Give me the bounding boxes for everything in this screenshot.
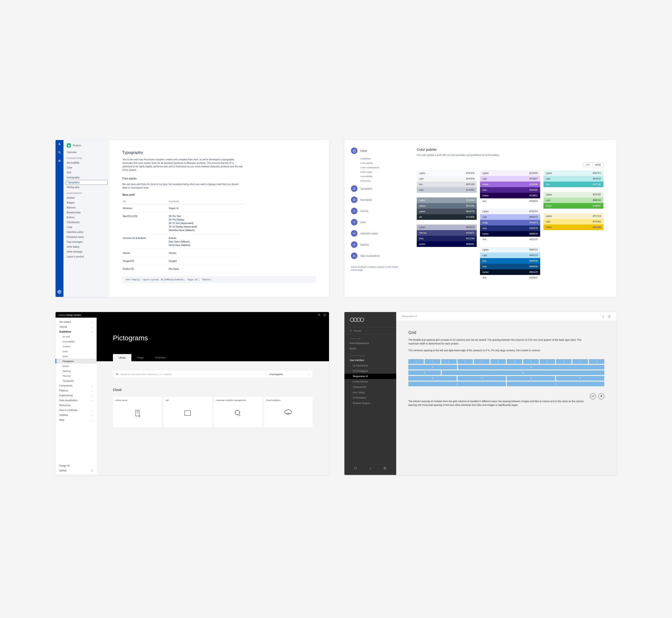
nav-item[interactable]: Patterns⌄ [55,388,97,393]
swatch-row[interactable]: Dark#1C2260 [417,236,477,241]
nav-item[interactable]: Components⌄ [55,383,97,388]
nav-hdr-guides[interactable]: # Show all Guides [344,351,396,357]
brand[interactable]: Carbon Design System [58,314,81,316]
nav-item[interactable]: Icons [55,354,97,359]
pictogram-card[interactable]: Api [163,397,212,427]
nav-item[interactable]: Breadcrumbs [64,210,110,215]
nav-sub-item[interactable]: Color combinations [344,165,408,170]
nav-item[interactable]: Inline message [64,249,110,254]
swatch-row[interactable]: Dark#50248F [480,187,540,193]
swatch-row[interactable]: Lighter#E0F5F5 [543,170,603,176]
swatch-row[interactable]: Dark#084E8A [480,264,540,269]
swatch-row[interactable]: Light#BBE5B3 [543,197,603,203]
nav-item[interactable]: Updates⌄ [55,413,97,418]
swatch-row[interactable]: Teal#47C1BF [543,182,603,187]
nav-item[interactable]: Checkboxes [64,220,110,225]
swatch-row[interactable]: Text#3E4155 [480,237,540,242]
nav-cat-item[interactable]: Spacing [344,239,408,250]
pictogram-card[interactable]: Automate modular management [214,397,262,427]
audi-logo[interactable] [344,317,396,327]
download-icon[interactable] [369,467,372,470]
nav-item[interactable]: GitHub↗ [55,468,97,473]
nav-item[interactable]: Browser Support [344,401,396,406]
swatch-row[interactable]: Text#50495A [480,198,540,204]
nav-item[interactable]: Writing style [64,185,110,190]
nav-item[interactable]: Accessibility [55,339,97,344]
nav-item[interactable]: Experimental⌄ [55,393,97,398]
toggle-scss[interactable]: SCSS [593,163,603,167]
search[interactable]: Search [344,327,396,334]
nav-item[interactable]: Design kit [55,463,97,468]
swatch-row[interactable]: Darker#00044C [417,241,477,247]
nav-cat-item[interactable]: Data visualizations [344,250,408,262]
swatch-row[interactable]: Yellow#EEC200 [543,224,603,230]
nav-cat-item[interactable]: Typography [344,183,408,194]
nav-item[interactable]: Responsive UI [344,374,396,379]
nav-item[interactable]: Badges [64,200,110,205]
swatch-row[interactable]: Lighter#454F5B [417,209,477,214]
nav-item[interactable]: Get started⌄ [55,319,97,324]
swatch-row[interactable]: Light#B4E1FA [480,252,540,258]
settings-icon[interactable] [601,315,605,318]
swatch-row[interactable]: Title bar#43467F [417,230,477,236]
pictogram-card[interactable]: Cloud analytics [264,397,313,427]
swatch-row[interactable]: Lighter#EBF5FA [480,247,540,252]
nav-item[interactable]: Date/time picker [64,230,110,234]
pictogram-card[interactable]: Active server [113,397,162,427]
nav-cat-item[interactable]: Illustrations [344,194,408,205]
swatch-row[interactable]: Light#E3D0FF [480,176,540,182]
swatch-row[interactable]: Lighter#E3F1DF [543,192,603,197]
nav-item[interactable]: Spacing [55,369,97,374]
nav-item[interactable]: Guidelines⌄ [55,329,97,334]
nav-item[interactable]: Help⌄ [55,418,97,422]
nav-sub-item[interactable]: Resources [344,179,408,183]
nav-item[interactable]: Forms Service [344,379,396,384]
globe-icon[interactable] [383,467,386,470]
menu-icon[interactable] [58,159,61,163]
nav-item[interactable]: Motion [55,364,97,369]
nav-item[interactable]: How to contribute⌄ [55,408,97,413]
nav-item[interactable]: Grid [64,170,110,175]
nav-item[interactable]: Pictograms [55,359,97,364]
nav-item[interactable]: Resources [55,403,97,408]
nav-item[interactable]: Themes [55,374,97,378]
nav-item[interactable]: Code [64,225,110,230]
code-view-btn[interactable]: </> [590,393,596,399]
nav-item[interactable]: Dropdown menu [64,234,110,239]
nav-item[interactable]: Content [55,344,97,349]
swatch-row[interactable]: Indigo#5C6AC4 [480,220,540,225]
logo-icon[interactable] [58,142,62,145]
nav-item[interactable]: Avatars [64,195,110,200]
nav-item[interactable]: Color [55,349,97,354]
tab[interactable]: Usage [131,354,149,361]
nav-item[interactable]: Banners [64,205,110,210]
swatch-row[interactable]: Light#F4F6F8 [417,176,477,182]
swatch-row[interactable]: Lighter#B3B5CB [417,224,477,230]
tab[interactable]: Library [113,354,131,361]
apps-icon[interactable] [323,313,326,316]
swatch-row[interactable]: Darker#000639 [480,231,540,237]
toggle-hex[interactable]: HEX [583,163,592,167]
filter-select[interactable]: All pictograms ⌄ [266,371,313,378]
nav-item[interactable]: Typography [66,180,107,185]
swatch-row[interactable]: Lighter#F4F5FA [480,209,540,214]
nav-item[interactable]: Logos in product [64,254,110,259]
swatch-row[interactable]: Dark#202E78 [480,225,540,231]
swatch-row[interactable]: Lighter#919EAB [417,197,477,203]
avatar[interactable] [58,290,62,294]
swatch-row[interactable]: Green#50B83C [543,203,603,209]
swatch-row[interactable]: Ink#212B36 [417,214,477,220]
swatch-row[interactable]: Lighter#F6F0FD [480,170,540,176]
nav-overview[interactable]: Overview [64,150,110,155]
nav-item[interactable]: UI Animation [344,395,396,401]
tab[interactable]: Contribute [149,354,171,361]
nav-cat-item[interactable]: Icons [344,217,408,228]
swatch-row[interactable]: Light#B7ECEC [543,176,603,182]
swatch-row[interactable]: Darker#001429 [480,269,540,275]
nav-item[interactable]: Iconography [64,175,110,180]
nav-item[interactable]: Inline dialog [64,244,110,249]
nav-item[interactable]: Color [64,165,110,170]
swatch-row[interactable]: Darker#230051 [480,193,540,198]
nav-cat-colors[interactable]: Colors [344,145,408,157]
nav-cat-item[interactable]: Interaction states [344,228,408,239]
